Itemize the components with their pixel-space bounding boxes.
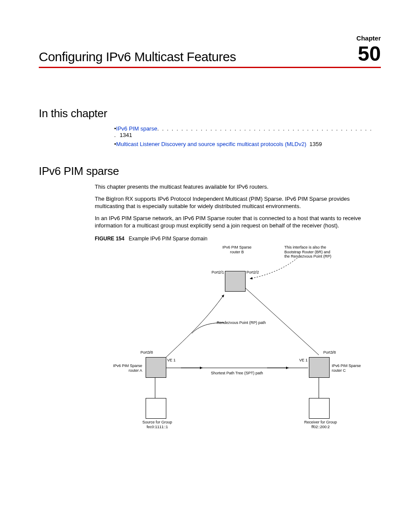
toc-row-1: •IPv6 PIM sparse. . . . . . . . . . . . … [114,125,381,138]
router-a-icon [146,357,166,378]
figure-label: FIGURE 154 [95,236,125,242]
router-c-icon [309,357,330,378]
source-host-icon [146,398,166,419]
toc-link-ipv6-pim-sparse[interactable]: IPv6 PIM sparse [116,125,157,132]
label-receiver: Receiver for Groupff02::200:2 [299,420,342,429]
label-router-a: IPv6 PIM Sparserouter A [103,364,142,373]
label-router-c: IPv6 PIM Sparserouter C [332,364,371,373]
receiver-host-icon [309,398,330,419]
paragraph-1: This chapter presents the multicast feat… [95,183,377,191]
figure-diagram: IPv6 PIM Sparserouter B Port2/1 Port2/2 … [95,245,371,435]
section-ipv6-pim-sparse: IPv6 PIM sparse [39,165,381,178]
toc-link-mldv2[interactable]: Multicast Listener Discovery and source … [116,141,306,147]
figure-caption: FIGURE 154 Example IPv6 PIM Sparse domai… [95,236,381,242]
label-spt: Shortest Path Tree (SPT) path [202,371,271,376]
body-text: This chapter presents the multicast feat… [95,183,377,230]
label-router-b: IPv6 PIM Sparserouter B [218,245,256,255]
chapter-number: 50 [358,44,381,64]
label-source: Source for Groupfec0:1111::1 [136,420,179,429]
label-port22: Port2/2 [246,270,259,275]
paragraph-3: In an IPv6 PIM Sparse network, an IPv6 P… [95,215,377,230]
label-port21: Port2/1 [209,270,224,275]
paragraph-2: The BigIron RX supports IPv6 Protocol In… [95,195,377,210]
label-ve1a: VE 1 [167,358,176,363]
toc-row-2: •Multicast Listener Discovery and source… [114,141,381,147]
label-ve1c: VE 1 [297,358,308,363]
toc-page-1: 1341 [120,132,132,138]
router-b-icon [225,271,246,292]
chapter-header: Chapter Configuring IPv6 Multicast Featu… [39,34,381,68]
label-port38c: Port3/8 [321,350,338,355]
figure-title: Example IPv6 PIM Sparse domain [129,236,208,242]
label-rp-path: Rendezvous Point (RP) path [207,320,276,325]
label-port38a: Port3/8 [136,350,153,355]
toc: •IPv6 PIM sparse. . . . . . . . . . . . … [114,125,381,147]
label-br-rp: This interface is also theBootstrap Rout… [284,245,345,259]
toc-page-2: 1359 [309,141,322,147]
page-title: Configuring IPv6 Multicast Features [39,50,236,64]
section-in-this-chapter: In this chapter [39,107,381,120]
chapter-label: Chapter [39,34,381,42]
